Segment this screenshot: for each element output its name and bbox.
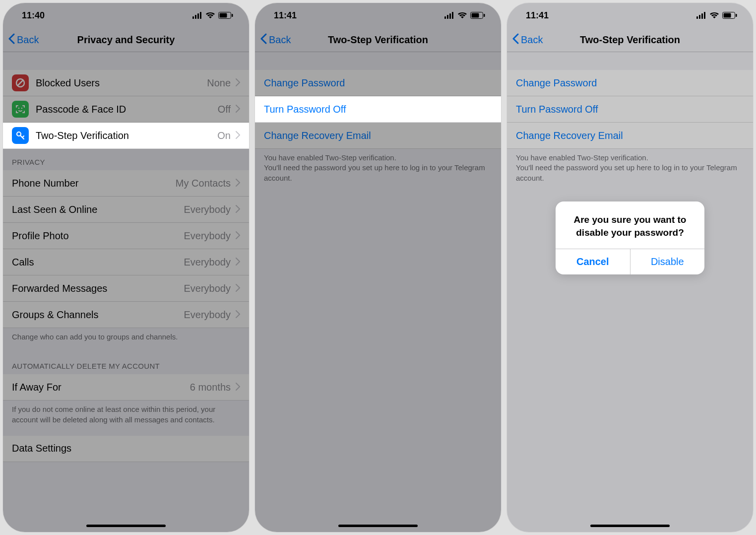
alert-message: Are you sure you want to disable your pa… bbox=[556, 201, 704, 249]
row-value: On bbox=[217, 130, 231, 141]
cellular-icon bbox=[444, 12, 454, 19]
status-bar: 11:41 bbox=[255, 3, 501, 28]
row-label: Phone Number bbox=[12, 178, 176, 189]
chevron-right-icon bbox=[236, 230, 240, 242]
forwarded-messages-row[interactable]: Forwarded Messages Everybody bbox=[3, 275, 249, 302]
back-button[interactable]: Back bbox=[8, 33, 39, 47]
data-settings-row[interactable]: Data Settings bbox=[3, 436, 249, 462]
privacy-footer: Change who can add you to groups and cha… bbox=[3, 328, 249, 353]
svg-rect-5 bbox=[220, 13, 227, 18]
disable-button[interactable]: Disable bbox=[630, 249, 705, 274]
row-label: Forwarded Messages bbox=[12, 283, 184, 294]
row-label: Blocked Users bbox=[36, 77, 207, 89]
auto-delete-footer: If you do not come online at least once … bbox=[3, 401, 249, 436]
row-label: Change Password bbox=[264, 77, 492, 89]
if-away-for-row[interactable]: If Away For 6 months bbox=[3, 374, 249, 401]
svg-rect-18 bbox=[484, 14, 485, 17]
chevron-right-icon bbox=[236, 283, 240, 294]
svg-line-8 bbox=[17, 80, 23, 86]
row-label: Data Settings bbox=[12, 443, 240, 454]
svg-rect-17 bbox=[472, 13, 479, 18]
clock: 11:40 bbox=[22, 10, 45, 21]
confirm-alert: Are you sure you want to disable your pa… bbox=[556, 201, 704, 274]
svg-rect-2 bbox=[197, 13, 199, 19]
svg-rect-12 bbox=[444, 16, 446, 19]
passcode-faceid-row[interactable]: Passcode & Face ID Off bbox=[3, 96, 249, 123]
nav-bar: Back Two-Step Verification bbox=[255, 28, 501, 52]
home-indicator[interactable] bbox=[338, 525, 418, 527]
clock: 11:41 bbox=[274, 10, 297, 21]
last-seen-row[interactable]: Last Seen & Online Everybody bbox=[3, 197, 249, 223]
row-value: Off bbox=[218, 104, 231, 115]
chevron-left-icon bbox=[260, 33, 267, 47]
row-label: Profile Photo bbox=[12, 230, 184, 242]
svg-rect-14 bbox=[449, 13, 451, 19]
home-indicator[interactable] bbox=[86, 525, 166, 527]
battery-icon bbox=[218, 12, 233, 19]
row-value: Everybody bbox=[184, 283, 231, 294]
back-button[interactable]: Back bbox=[260, 33, 291, 47]
svg-rect-15 bbox=[452, 12, 453, 19]
phone-number-row[interactable]: Phone Number My Contacts bbox=[3, 170, 249, 197]
wifi-icon bbox=[457, 12, 467, 19]
change-recovery-email-row[interactable]: Change Recovery Email bbox=[255, 123, 501, 149]
row-label: Passcode & Face ID bbox=[36, 104, 218, 115]
svg-point-10 bbox=[21, 108, 22, 109]
screenshot-3: 11:41 Back Two-Step Verification Change … bbox=[507, 3, 753, 532]
row-label: Change Recovery Email bbox=[264, 130, 492, 141]
chevron-right-icon bbox=[236, 178, 240, 189]
wifi-icon bbox=[205, 12, 215, 19]
screenshot-1: 11:40 Back Privacy and Security Blocked bbox=[3, 3, 249, 532]
chevron-right-icon bbox=[236, 77, 240, 89]
row-value: My Contacts bbox=[176, 178, 231, 189]
svg-rect-3 bbox=[200, 12, 201, 19]
faceid-icon bbox=[12, 101, 29, 118]
row-label: Calls bbox=[12, 257, 184, 268]
svg-rect-13 bbox=[447, 15, 448, 19]
cellular-icon bbox=[192, 12, 202, 19]
svg-rect-6 bbox=[232, 14, 233, 17]
chevron-right-icon bbox=[236, 204, 240, 215]
twostep-footer: You have enabled Two-Step verification. … bbox=[255, 149, 501, 194]
two-step-verification-row[interactable]: Two-Step Verification On bbox=[3, 123, 249, 149]
battery-icon bbox=[470, 12, 485, 19]
row-value: Everybody bbox=[184, 309, 231, 321]
chevron-left-icon bbox=[8, 33, 15, 47]
screenshot-2: 11:41 Back Two-Step Verification Change … bbox=[255, 3, 501, 532]
row-label: Turn Password Off bbox=[264, 104, 492, 115]
chevron-right-icon bbox=[236, 130, 240, 141]
row-label: Two-Step Verification bbox=[36, 130, 217, 141]
key-icon bbox=[12, 127, 29, 144]
row-value: Everybody bbox=[184, 230, 231, 242]
row-label: Groups & Channels bbox=[12, 309, 184, 321]
profile-photo-row[interactable]: Profile Photo Everybody bbox=[3, 223, 249, 249]
turn-password-off-row[interactable]: Turn Password Off bbox=[255, 96, 501, 123]
chevron-right-icon bbox=[236, 382, 240, 393]
chevron-right-icon bbox=[236, 104, 240, 115]
privacy-header: PRIVACY bbox=[3, 149, 249, 170]
page-title: Privacy and Security bbox=[3, 34, 249, 46]
calls-row[interactable]: Calls Everybody bbox=[3, 249, 249, 275]
groups-channels-row[interactable]: Groups & Channels Everybody bbox=[3, 302, 249, 328]
page-title: Two-Step Verification bbox=[255, 34, 501, 46]
row-value: None bbox=[207, 77, 231, 89]
chevron-right-icon bbox=[236, 309, 240, 321]
block-icon bbox=[12, 74, 29, 91]
svg-point-9 bbox=[18, 108, 19, 109]
row-value: Everybody bbox=[184, 204, 231, 215]
nav-bar: Back Privacy and Security bbox=[3, 28, 249, 52]
back-label: Back bbox=[17, 34, 39, 46]
auto-delete-header: AUTOMATICALLY DELETE MY ACCOUNT bbox=[3, 353, 249, 374]
row-label: If Away For bbox=[12, 382, 190, 393]
svg-rect-0 bbox=[192, 16, 194, 19]
chevron-right-icon bbox=[236, 257, 240, 268]
change-password-row[interactable]: Change Password bbox=[255, 70, 501, 96]
svg-rect-1 bbox=[195, 15, 196, 19]
cancel-button[interactable]: Cancel bbox=[556, 249, 630, 274]
row-value: Everybody bbox=[184, 257, 231, 268]
status-bar: 11:40 bbox=[3, 3, 249, 28]
back-label: Back bbox=[269, 34, 291, 46]
row-label: Last Seen & Online bbox=[12, 204, 184, 215]
blocked-users-row[interactable]: Blocked Users None bbox=[3, 70, 249, 96]
row-value: 6 months bbox=[190, 382, 231, 393]
